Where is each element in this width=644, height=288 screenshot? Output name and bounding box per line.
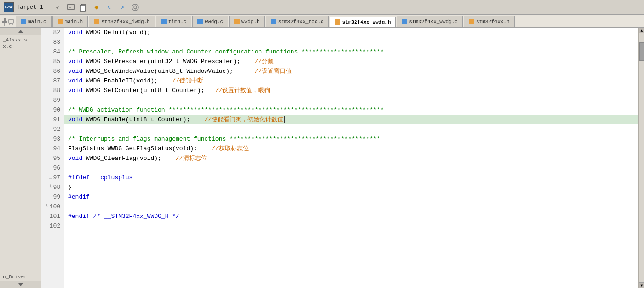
code-line-102 bbox=[64, 221, 638, 231]
line-num-95: 95 bbox=[41, 153, 64, 163]
toolbar-arrow1[interactable]: ↖ bbox=[104, 2, 115, 12]
toolbar-browse[interactable] bbox=[66, 2, 76, 12]
code-line-85: void WWDG_SetPrescaler(uint32_t WWDG_Pre… bbox=[64, 57, 638, 66]
tab-stm32-h[interactable]: stm32f4xx.h bbox=[464, 16, 515, 27]
main-layout: _41xxx.s x.c n_Driver 82 83 84 85 86 87 … bbox=[0, 28, 644, 288]
toolbar-separator bbox=[48, 3, 48, 12]
code-line-101: #endif /* __STM32F4xx_WWDG_H */ bbox=[64, 212, 638, 221]
scroll-up-button[interactable]: ▲ bbox=[639, 28, 644, 33]
line-numbers: 82 83 84 85 86 87 88 89 90 91 92 93 94 9… bbox=[41, 28, 64, 288]
svg-line-14 bbox=[12, 23, 12, 25]
toolbar-target-icon[interactable] bbox=[130, 2, 140, 12]
code-line-86: void WWDG_SetWindowValue(uint8_t WindowV… bbox=[64, 66, 638, 76]
sidebar-item-2: x.c bbox=[3, 43, 38, 50]
tab-bar: main.c main.h stm32f4xx_iwdg.h tim4.c ww… bbox=[0, 15, 644, 28]
svg-rect-4 bbox=[80, 5, 85, 11]
sidebar-item-1: _41xxx.s bbox=[3, 37, 38, 43]
tab-main-c[interactable]: main.c bbox=[16, 16, 52, 27]
tab-rcc-c[interactable]: stm32f4xx_rcc.c bbox=[266, 16, 329, 27]
tab-pin bbox=[0, 18, 16, 27]
sidebar-scroll-up[interactable] bbox=[0, 28, 41, 35]
title-bar: LOAD Target 1 ✓ ◆ ↖ ↗ bbox=[0, 0, 644, 15]
line-num-91: 91 bbox=[41, 115, 64, 124]
line-num-84: 84 bbox=[41, 47, 64, 57]
toolbar-arrow2[interactable]: ↗ bbox=[117, 2, 127, 12]
code-lines[interactable]: void WWDG_DeInit(void); /* Prescaler, Re… bbox=[64, 28, 638, 288]
tab-wwdg-h[interactable]: wwdg.h bbox=[229, 16, 265, 27]
toolbar-copy[interactable] bbox=[79, 2, 89, 12]
scroll-down-button[interactable]: ▼ bbox=[639, 282, 644, 288]
tab-main-h[interactable]: main.h bbox=[52, 16, 88, 27]
tab-label-main-h: main.h bbox=[65, 19, 83, 24]
svg-marker-16 bbox=[18, 283, 23, 286]
code-line-95: void WWDG_ClearFlag(void); //清标志位 bbox=[64, 153, 638, 163]
text-cursor bbox=[284, 116, 285, 123]
line-num-86: 86 bbox=[41, 66, 64, 76]
line-num-99: 99 bbox=[41, 192, 64, 202]
svg-point-6 bbox=[134, 6, 137, 9]
tab-icon-stm32-h bbox=[469, 19, 474, 24]
tab-stm32-iwdg[interactable]: stm32f4xx_iwdg.h bbox=[89, 16, 155, 27]
tab-tim4[interactable]: tim4.c bbox=[156, 16, 192, 27]
code-line-84: /* Prescaler, Refresh window and Counter… bbox=[64, 47, 638, 57]
tab-icon-wwdg-c bbox=[197, 19, 203, 24]
tab-label-wwdg-c: wwdg.c bbox=[205, 19, 223, 24]
scroll-track[interactable] bbox=[639, 33, 644, 282]
code-line-87: void WWDG_EnableIT(void); //使能中断 bbox=[64, 76, 638, 86]
line-num-92: 92 bbox=[41, 124, 64, 134]
line-num-96: 96 bbox=[41, 163, 64, 173]
svg-rect-0 bbox=[68, 5, 74, 9]
line-num-100: └100 bbox=[41, 202, 64, 212]
app-logo: LOAD bbox=[4, 2, 14, 12]
title-target: Target 1 bbox=[17, 4, 43, 11]
tab-icon-wwdg-h-active bbox=[335, 19, 340, 25]
code-line-97: #ifdef __cplusplus bbox=[64, 173, 638, 182]
tab-icon-wwdg-c2 bbox=[402, 19, 407, 24]
line-num-98: └98 bbox=[41, 182, 64, 192]
tab-label-wwdg-h-active: stm32f4xx_wwdg.h bbox=[342, 19, 391, 25]
line-num-85: 85 bbox=[41, 57, 64, 66]
left-sidebar: _41xxx.s x.c n_Driver bbox=[0, 28, 41, 288]
line-num-101: 101 bbox=[41, 212, 64, 221]
tab-wwdg-h-active[interactable]: stm32f4xx_wwdg.h bbox=[330, 17, 396, 28]
sidebar-scroll-down[interactable] bbox=[0, 281, 41, 288]
code-line-98: } bbox=[64, 182, 638, 192]
code-line-93: /* Interrupts and flags management funct… bbox=[64, 134, 638, 144]
code-line-89 bbox=[64, 95, 638, 105]
code-line-83 bbox=[64, 37, 638, 47]
code-line-96 bbox=[64, 163, 638, 173]
sidebar-content: _41xxx.s x.c bbox=[0, 35, 41, 273]
line-num-102: 102 bbox=[41, 221, 64, 231]
svg-marker-15 bbox=[18, 30, 23, 33]
line-num-89: 89 bbox=[41, 95, 64, 105]
code-line-92 bbox=[64, 124, 638, 134]
tab-icon-stm32-iwdg bbox=[94, 19, 99, 24]
code-line-88: void WWDG_SetCounter(uint8_t Counter); /… bbox=[64, 86, 638, 95]
vertical-scrollbar[interactable]: ▲ ▼ bbox=[638, 28, 644, 288]
toolbar-checkmark[interactable]: ✓ bbox=[53, 2, 63, 12]
tab-icon-wwdg-h bbox=[234, 19, 240, 24]
code-content: 82 83 84 85 86 87 88 89 90 91 92 93 94 9… bbox=[41, 28, 644, 288]
line-num-87: 87 bbox=[41, 76, 64, 86]
svg-rect-12 bbox=[9, 19, 13, 23]
code-line-94: FlagStatus WWDG_GetFlagStatus(void); //获… bbox=[64, 144, 638, 153]
code-editor: 82 83 84 85 86 87 88 89 90 91 92 93 94 9… bbox=[41, 28, 644, 288]
line-num-90: 90 bbox=[41, 105, 64, 115]
tab-label-wwdg-c2: stm32f4xx_wwdg.c bbox=[409, 19, 458, 24]
svg-rect-10 bbox=[2, 21, 7, 23]
scroll-thumb[interactable] bbox=[639, 42, 644, 61]
line-num-93: 93 bbox=[41, 134, 64, 144]
tab-icon-rcc-c bbox=[271, 19, 276, 24]
sidebar-bottom-item: n_Driver bbox=[0, 273, 41, 281]
toolbar-diamond[interactable]: ◆ bbox=[92, 2, 102, 12]
code-line-82: void WWDG_DeInit(void); bbox=[64, 28, 638, 37]
line-num-82: 82 bbox=[41, 28, 64, 37]
line-num-94: 94 bbox=[41, 144, 64, 153]
tab-icon-tim4 bbox=[161, 19, 167, 24]
tab-label-wwdg-h: wwdg.h bbox=[242, 19, 260, 24]
code-line-90: /* WWDG activation function ************… bbox=[64, 105, 638, 115]
line-num-83: 83 bbox=[41, 37, 64, 47]
tab-wwdg-c[interactable]: wwdg.c bbox=[192, 16, 228, 27]
tab-wwdg-c2[interactable]: stm32f4xx_wwdg.c bbox=[397, 16, 463, 27]
tab-label-tim4: tim4.c bbox=[168, 19, 187, 24]
